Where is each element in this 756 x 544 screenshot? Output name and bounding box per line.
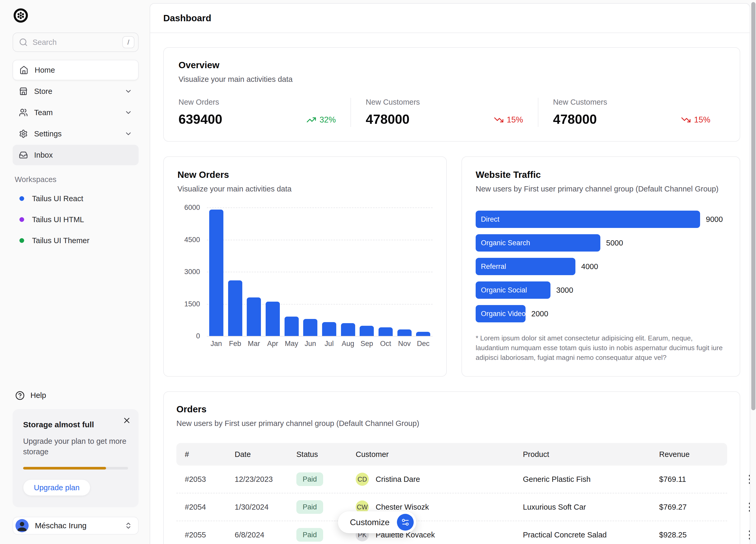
- row-menu-button[interactable]: [743, 473, 750, 486]
- y-tick-6000: 6000: [184, 204, 200, 212]
- workspace-label: Tailus UI HTML: [32, 215, 84, 224]
- traffic-bar-label: Organic Social: [481, 286, 527, 294]
- row-menu-button[interactable]: [743, 528, 750, 541]
- x-axis-labels: JanFebMarAprMayJunJulAugSepOctNovDec: [207, 340, 433, 348]
- chart-bar-aug: [341, 323, 355, 336]
- overview-stats: New Orders63940032%New Customers47800015…: [179, 98, 725, 127]
- stat-label: New Orders: [179, 98, 222, 107]
- x-tick-apr: Apr: [263, 340, 282, 348]
- workspace-item-tailus-ui-html[interactable]: Tailus UI HTML: [13, 211, 139, 228]
- traffic-bar: Organic Search: [476, 234, 600, 252]
- x-tick-sep: Sep: [357, 340, 376, 348]
- chart-bar-jan: [209, 210, 223, 336]
- stat-label: New Customers: [366, 98, 420, 107]
- order-date: 12/23/2023: [235, 475, 296, 484]
- trending-down-icon: [681, 115, 691, 125]
- workspaces-list: Tailus UI React Tailus UI HTML Tailus UI…: [13, 190, 139, 249]
- order-id: #2054: [185, 503, 235, 511]
- order-product: Generic Plastic Fish: [523, 475, 659, 484]
- workspace-dot: [19, 196, 24, 201]
- row-menu-button[interactable]: [743, 500, 750, 514]
- users-icon: [19, 108, 28, 117]
- scrollbar-thumb[interactable]: [751, 2, 755, 410]
- order-date: 1/30/2024: [235, 503, 296, 511]
- orders-table: # Date Status Customer Product Revenue #…: [176, 443, 727, 544]
- overview-stat: New Orders63940032%: [179, 98, 350, 127]
- traffic-bar: Organic Social: [476, 281, 550, 299]
- user-name: Méschac Irung: [35, 521, 118, 530]
- storage-alert-title: Storage almost full: [23, 420, 128, 429]
- customize-button[interactable]: Customize: [338, 511, 416, 533]
- help-button[interactable]: Help: [13, 391, 139, 400]
- upgrade-plan-button[interactable]: Upgrade plan: [23, 479, 90, 496]
- traffic-row-organic-search: Organic Search5000: [476, 234, 726, 252]
- x-tick-jun: Jun: [301, 340, 320, 348]
- sidebar-item-label: Store: [34, 87, 52, 96]
- traffic-bar-value: 3000: [556, 286, 573, 294]
- orders-subtitle: New users by First user primary channel …: [176, 419, 727, 428]
- sidebar-item-settings[interactable]: Settings: [13, 124, 139, 144]
- sidebar: / Home Store Team Settings Inbox Workspa…: [0, 0, 150, 544]
- sidebar-item-label: Home: [35, 66, 55, 75]
- sidebar-item-store[interactable]: Store: [13, 81, 139, 102]
- chevrons-up-down-icon: [124, 522, 132, 530]
- plot-area: JanFebMarAprMayJunJulAugSepOctNovDec: [207, 208, 433, 349]
- sidebar-item-team[interactable]: Team: [13, 102, 139, 123]
- workspace-item-tailus-ui-themer[interactable]: Tailus UI Themer: [13, 232, 139, 249]
- x-tick-dec: Dec: [414, 340, 433, 348]
- status-badge: Paid: [296, 528, 323, 542]
- traffic-bar-label: Referral: [481, 263, 506, 271]
- stat-text: New Customers478000: [553, 98, 607, 127]
- status-badge: Paid: [296, 472, 323, 486]
- chart-bar-jun: [303, 319, 317, 336]
- app-logo-icon: [13, 7, 29, 24]
- sidebar-item-inbox[interactable]: Inbox: [13, 145, 139, 165]
- bar-slot: [244, 208, 263, 336]
- close-icon[interactable]: [122, 416, 131, 425]
- orders-card: Orders New users by First user primary c…: [163, 391, 740, 544]
- stat-text: New Orders639400: [179, 98, 222, 127]
- chart-title: New Orders: [177, 170, 433, 180]
- new-orders-chart-card: New Orders Visualize your main activitie…: [163, 156, 447, 377]
- overview-stat: New Customers47800015%: [538, 98, 725, 127]
- sliders-icon: [397, 514, 414, 531]
- charts-row: New Orders Visualize your main activitie…: [163, 156, 740, 377]
- order-revenue: $769.11: [659, 475, 712, 484]
- table-header-row: # Date Status Customer Product Revenue: [176, 443, 727, 466]
- workspace-label: Tailus UI Themer: [32, 236, 90, 245]
- bar-chart: 01500300045006000 JanFebMarAprMayJunJulA…: [177, 208, 433, 349]
- user-menu[interactable]: Méschac Irung: [13, 517, 139, 535]
- stat-trend: 15%: [494, 115, 523, 125]
- col-header-product: Product: [523, 450, 659, 459]
- y-axis-labels: 01500300045006000: [177, 208, 200, 336]
- search-icon: [19, 38, 28, 47]
- chart-bar-mar: [247, 297, 261, 336]
- table-row: #20556/8/2024PaidPKPaulette KovacekPract…: [176, 521, 727, 544]
- trending-down-icon: [494, 115, 504, 125]
- traffic-bar-value: 9000: [706, 215, 723, 224]
- page-title: Dashboard: [163, 13, 211, 23]
- workspace-dot: [19, 238, 24, 243]
- sidebar-item-home[interactable]: Home: [13, 60, 139, 80]
- search-shortcut-key: /: [122, 36, 134, 48]
- col-header-customer: Customer: [356, 450, 523, 459]
- y-tick-4500: 4500: [184, 236, 200, 244]
- table-row: #20541/30/2024PaidCWChester WisozkLuxuri…: [176, 493, 727, 521]
- traffic-bar-value: 5000: [606, 239, 623, 247]
- search-input[interactable]: [33, 38, 118, 47]
- order-id: #2055: [185, 531, 235, 539]
- search-bar: /: [13, 33, 139, 52]
- avatar: [15, 519, 29, 532]
- col-header-revenue: Revenue: [659, 450, 712, 459]
- y-tick-1500: 1500: [184, 300, 200, 308]
- stat-value: 639400: [179, 112, 222, 127]
- order-customer-cell: CDCristina Dare: [356, 473, 523, 486]
- order-product: Luxurious Soft Car: [523, 503, 659, 511]
- sidebar-item-label: Settings: [34, 130, 62, 138]
- bar-slot: [320, 208, 339, 336]
- workspace-item-tailus-ui-react[interactable]: Tailus UI React: [13, 190, 139, 207]
- help-circle-icon: [15, 391, 25, 400]
- traffic-bar-label: Direct: [481, 215, 500, 224]
- storage-alert-description: Upgrade your plan to get more storage: [23, 436, 128, 457]
- workspace-dot: [19, 217, 24, 222]
